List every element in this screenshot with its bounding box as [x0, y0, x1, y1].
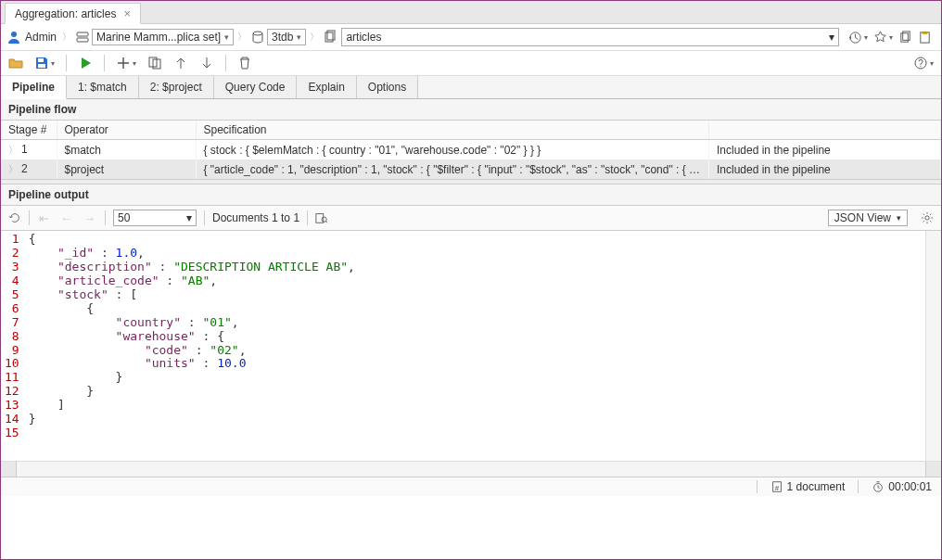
- pipeline-output-header: Pipeline output: [1, 185, 941, 206]
- line-gutter: 123456789101112131415: [1, 231, 25, 461]
- svg-rect-1: [77, 32, 88, 36]
- svg-point-19: [925, 216, 929, 220]
- chevron-down-icon: ▾: [224, 32, 229, 42]
- chevron-down-icon: ▾: [897, 213, 901, 223]
- output-toolbar: ⇤ ← → 50 ▾ Documents 1 to 1 JSON View ▾: [1, 206, 941, 231]
- documents-range: Documents 1 to 1: [212, 211, 299, 224]
- database-dropdown[interactable]: 3tdb ▾: [267, 29, 306, 45]
- tab-title: Aggregation: articles: [15, 7, 116, 20]
- collection-label: articles: [346, 31, 829, 44]
- connection-dropdown[interactable]: Marine Mamm...plica set] ▾: [92, 29, 234, 45]
- first-page-button[interactable]: ⇤: [37, 211, 51, 225]
- favorite-icon[interactable]: ▾: [873, 31, 893, 45]
- page-size-value: 50: [118, 211, 130, 224]
- tab-pipeline[interactable]: Pipeline: [1, 76, 67, 99]
- svg-point-3: [253, 32, 262, 35]
- tab-query-code[interactable]: Query Code: [214, 76, 298, 98]
- prev-page-button[interactable]: ←: [58, 211, 74, 225]
- chevron-right-icon: 〉: [60, 31, 73, 44]
- doc-count-status: # 1 document: [770, 480, 846, 493]
- page-size-select[interactable]: 50 ▾: [113, 210, 197, 226]
- tab-explain[interactable]: Explain: [297, 76, 356, 98]
- add-stage-button[interactable]: ▾: [116, 56, 136, 70]
- refresh-button[interactable]: [8, 211, 21, 224]
- chevron-down-icon: ▾: [186, 211, 192, 224]
- move-up-button[interactable]: [173, 56, 188, 70]
- chevron-right-icon: 〉: [308, 31, 321, 44]
- user-icon: [6, 30, 21, 45]
- col-status[interactable]: [709, 121, 941, 140]
- run-button[interactable]: [78, 56, 93, 70]
- status-bar: # 1 document 00:00:01: [1, 477, 941, 496]
- collection-icon: [323, 30, 337, 45]
- svg-rect-2: [77, 38, 88, 42]
- move-down-button[interactable]: [199, 56, 214, 70]
- editor-tab[interactable]: Aggregation: articles ×: [5, 3, 141, 24]
- copy-icon[interactable]: [898, 31, 912, 45]
- find-button[interactable]: [315, 211, 328, 224]
- save-button[interactable]: ▾: [34, 56, 55, 70]
- tab-options[interactable]: Options: [357, 76, 418, 98]
- svg-rect-11: [38, 58, 44, 62]
- settings-button[interactable]: [921, 211, 934, 224]
- database-icon: [250, 30, 265, 45]
- delete-button[interactable]: [237, 56, 252, 70]
- chevron-down-icon: ▾: [297, 32, 301, 42]
- breadcrumb-user: Admin: [23, 31, 58, 44]
- editor-tab-bar: Aggregation: articles ×: [1, 1, 941, 24]
- svg-text:?: ?: [918, 58, 923, 69]
- breadcrumb: Admin 〉 Marine Mamm...plica set] ▾ 〉 3td…: [1, 24, 941, 51]
- table-row[interactable]: 〉1$match{ stock : { $elemMatch : { count…: [1, 140, 941, 160]
- elapsed-status: 00:00:01: [872, 480, 932, 493]
- collection-dropdown[interactable]: articles ▾: [341, 28, 839, 46]
- main-toolbar: ▾ ▾ ?▾: [1, 51, 941, 76]
- chevron-down-icon: ▾: [829, 31, 834, 44]
- doc-count-label: 1 document: [787, 480, 846, 493]
- horizontal-scrollbar[interactable]: [1, 461, 941, 477]
- connection-label: Marine Mamm...plica set]: [96, 31, 221, 44]
- col-operator[interactable]: Operator: [57, 121, 196, 140]
- code-output: 123456789101112131415 { "_id" : 1.0, "de…: [1, 231, 941, 461]
- vertical-scrollbar[interactable]: [925, 231, 941, 461]
- col-spec[interactable]: Specification: [196, 121, 709, 140]
- code-body[interactable]: { "_id" : 1.0, "description" : "DESCRIPT…: [25, 231, 359, 461]
- elapsed-label: 00:00:01: [888, 480, 932, 493]
- duplicate-button[interactable]: [147, 56, 162, 70]
- svg-rect-10: [923, 31, 928, 33]
- tab-match[interactable]: 1: $match: [67, 76, 139, 98]
- sub-tab-bar: Pipeline 1: $match 2: $project Query Cod…: [1, 76, 941, 99]
- chevron-right-icon[interactable]: 〉: [8, 145, 18, 155]
- svg-text:#: #: [774, 484, 779, 492]
- pipeline-table: Stage # Operator Specification 〉1$match{…: [1, 121, 941, 179]
- close-icon[interactable]: ×: [123, 6, 131, 20]
- pipeline-flow-header: Pipeline flow: [1, 99, 941, 121]
- server-icon: [75, 30, 90, 45]
- view-label: JSON View: [834, 211, 891, 224]
- tab-project[interactable]: 2: $project: [139, 76, 214, 98]
- database-label: 3tdb: [272, 31, 293, 44]
- col-stage[interactable]: Stage #: [1, 121, 57, 140]
- next-page-button[interactable]: →: [82, 211, 97, 225]
- view-select[interactable]: JSON View ▾: [828, 210, 908, 226]
- chevron-right-icon[interactable]: 〉: [8, 164, 18, 174]
- chevron-right-icon: 〉: [236, 31, 248, 44]
- svg-rect-12: [38, 64, 45, 68]
- paste-icon[interactable]: [918, 31, 932, 45]
- open-button[interactable]: [8, 56, 23, 70]
- help-button[interactable]: ?▾: [913, 56, 934, 70]
- svg-point-0: [11, 32, 17, 37]
- history-icon[interactable]: ▾: [848, 31, 868, 45]
- table-row[interactable]: 〉2$project{ "article_code" : 1, "descrip…: [1, 159, 941, 179]
